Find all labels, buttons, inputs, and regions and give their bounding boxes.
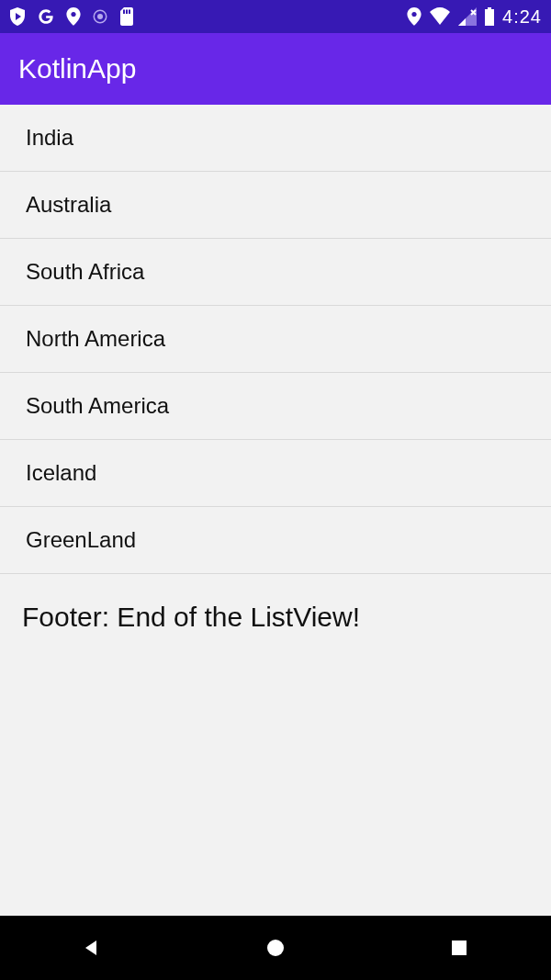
circle-burst-icon [92, 8, 108, 25]
nav-back-button[interactable] [73, 929, 110, 966]
location-pin-icon [407, 7, 422, 26]
shield-play-icon [9, 7, 26, 26]
list-item[interactable]: Iceland [0, 440, 551, 507]
list-footer: Footer: End of the ListView! [0, 574, 551, 655]
list-item[interactable]: GreenLand [0, 507, 551, 574]
app-title: KotlinApp [18, 53, 136, 84]
list-item[interactable]: North America [0, 306, 551, 373]
svg-point-1 [97, 14, 103, 19]
svg-point-2 [267, 940, 284, 956]
nav-bar [0, 916, 551, 980]
sd-card-icon [119, 7, 134, 26]
nav-recent-button[interactable] [441, 929, 478, 966]
list-item[interactable]: South Africa [0, 239, 551, 306]
status-bar: 4:24 [0, 0, 551, 33]
recent-square-icon [449, 938, 469, 958]
list-view[interactable]: IndiaAustraliaSouth AfricaNorth AmericaS… [0, 105, 551, 916]
svg-rect-3 [452, 941, 467, 955]
cell-signal-icon [458, 7, 477, 26]
status-bar-time: 4:24 [502, 6, 542, 28]
back-triangle-icon [81, 937, 103, 959]
status-bar-right: 4:24 [407, 6, 542, 28]
wifi-icon [429, 7, 451, 26]
list-item[interactable]: South America [0, 373, 551, 440]
nav-home-button[interactable] [257, 929, 294, 966]
list-item[interactable]: Australia [0, 172, 551, 239]
battery-icon [484, 7, 495, 26]
list-item[interactable]: India [0, 105, 551, 172]
location-pin-icon [66, 7, 81, 26]
app-bar: KotlinApp [0, 33, 551, 105]
home-circle-icon [264, 937, 287, 959]
status-bar-left [9, 7, 134, 26]
google-g-icon [37, 7, 55, 26]
